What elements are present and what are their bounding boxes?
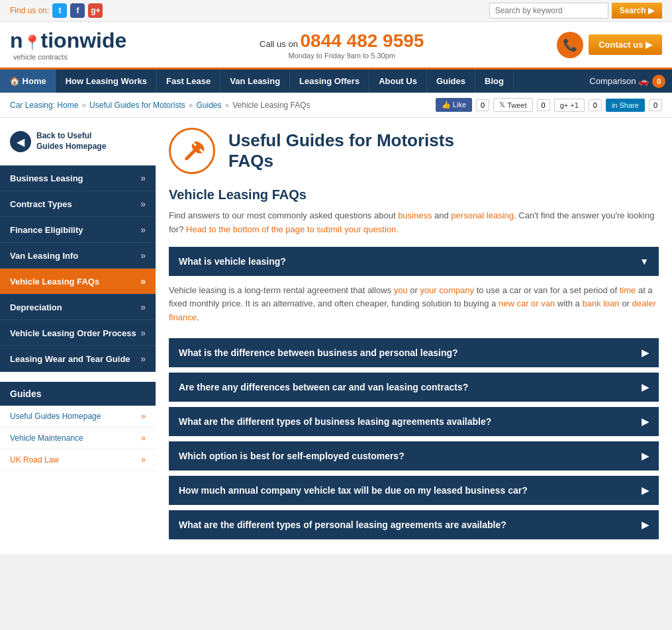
sidebar-item-van-leasing-info[interactable]: Van Leasing Info » <box>0 243 156 269</box>
chevron-icon: » <box>141 412 146 421</box>
facebook-icon[interactable]: f <box>70 3 85 18</box>
chevron-right-icon: ▶ <box>642 485 649 496</box>
breadcrumb-bar: Car Leasing: Home » Useful Guides for Mo… <box>0 93 672 118</box>
social-share-bar: 👍 Like 0 𝕏 Tweet 0 g+ +1 0 in Share 0 <box>436 98 662 112</box>
chevron-right-icon: » <box>140 328 146 338</box>
breadcrumb-guides-motorists[interactable]: Useful Guides for Motorists <box>89 101 185 110</box>
facebook-count: 0 <box>476 99 489 111</box>
intro-text: Find answers to our most commonly asked … <box>169 209 659 237</box>
logo-map-icon: 📍 <box>23 34 41 52</box>
breadcrumb-current: Vehicle Leasing FAQs <box>232 101 310 110</box>
chevron-right-icon: ▶ <box>642 382 649 392</box>
faq-item-7[interactable]: What are the different types of personal… <box>169 510 659 539</box>
chevron-right-icon: » <box>140 199 146 209</box>
sidebar-item-finance-eligibility[interactable]: Finance Eligibility » <box>0 217 156 243</box>
nav-item-van-leasing[interactable]: Van Leasing <box>220 69 290 93</box>
twitter-count: 0 <box>537 99 550 111</box>
search-area: Search ▶ <box>489 3 662 19</box>
sidebar-menu: Business Leasing » Contract Types » Fina… <box>0 165 156 372</box>
twitter-icon[interactable]: t <box>52 3 67 18</box>
facebook-like-label: 👍 Like <box>442 101 466 109</box>
top-bar: Find us on: t f g+ Search ▶ <box>0 0 672 22</box>
wrench-svg <box>179 138 205 164</box>
breadcrumb-sep3: » <box>225 101 230 110</box>
sidebar-item-contract-types[interactable]: Contract Types » <box>0 191 156 217</box>
chevron-icon: » <box>141 455 146 465</box>
logo-n: n <box>10 28 23 53</box>
google-count: 0 <box>589 99 602 111</box>
site-header: n 📍 tionwide vehicle contracts Call us o… <box>0 22 672 69</box>
nav-item-leasing-offers[interactable]: Leasing Offers <box>290 69 369 93</box>
chevron-right-icon: » <box>140 353 146 364</box>
chevron-right-icon: ▶ <box>642 451 649 461</box>
header-contact: Call us on 0844 482 9595 Monday to Frida… <box>260 30 424 60</box>
bank-loan-link[interactable]: bank loan <box>582 298 619 308</box>
nav-item-how-leasing[interactable]: How Leasing Works <box>56 69 157 93</box>
faq-question-2-text: What is the difference between business … <box>179 347 458 358</box>
chevron-right-icon: ▶ <box>642 416 649 427</box>
twitter-tweet-button[interactable]: 𝕏 Tweet <box>493 98 532 112</box>
linkedin-label: in Share <box>612 101 639 109</box>
faq-question-6-text: How much annual company vehicle tax will… <box>179 485 528 496</box>
logo[interactable]: n 📍 tionwide vehicle contracts <box>10 28 126 61</box>
personal-leasing-link[interactable]: personal leasing <box>451 210 514 220</box>
faq-item-6[interactable]: How much annual company vehicle tax will… <box>169 476 659 505</box>
search-button[interactable]: Search ▶ <box>612 3 662 19</box>
new-car-link[interactable]: new car or van <box>499 298 555 308</box>
faq-item-5[interactable]: Which option is best for self-employed c… <box>169 441 659 471</box>
linkedin-share-button[interactable]: in Share <box>606 99 645 112</box>
page-header: Useful Guides for Motorists FAQs <box>169 128 659 174</box>
sidebar-item-wear-tear[interactable]: Leasing Wear and Tear Guide » <box>0 346 156 372</box>
linkedin-count: 0 <box>649 99 662 111</box>
guides-item-vehicle-maintenance[interactable]: Vehicle Maintenance » <box>0 428 156 449</box>
contact-section: 📞 Contact us ▶ <box>557 32 662 58</box>
back-button[interactable]: ◀ Back to UsefulGuides Homepage <box>0 124 156 165</box>
faq-question-1-text: What is vehicle leasing? <box>179 256 286 267</box>
sidebar-item-business-leasing[interactable]: Business Leasing » <box>0 165 156 191</box>
chevron-right-icon: ▶ <box>642 519 649 530</box>
time-link[interactable]: time <box>620 285 636 295</box>
you-link[interactable]: you <box>394 285 408 295</box>
breadcrumb-home[interactable]: Car Leasing: Home <box>10 101 78 110</box>
guides-item-uk-road-law[interactable]: UK Road Law » <box>0 449 156 471</box>
contact-button[interactable]: Contact us ▶ <box>589 34 662 55</box>
breadcrumb-guides[interactable]: Guides <box>196 101 221 110</box>
faq-item-3[interactable]: Are there any differences between car an… <box>169 373 659 402</box>
twitter-label: Tweet <box>507 101 526 109</box>
nav-item-comparison[interactable]: Comparison 🚗 0 <box>583 69 672 93</box>
google-label: g+ +1 <box>560 101 579 109</box>
facebook-like-button[interactable]: 👍 Like <box>436 98 472 112</box>
faq-question-1[interactable]: What is vehicle leasing? ▼ <box>169 247 659 276</box>
nav-item-about[interactable]: About Us <box>369 69 427 93</box>
guides-section-title: Guides <box>0 382 156 406</box>
nav-item-home[interactable]: 🏠 Home <box>0 69 56 93</box>
guides-section: Guides Useful Guides Homepage » Vehicle … <box>0 382 156 471</box>
nav-item-blog[interactable]: Blog <box>475 69 514 93</box>
section-title: Vehicle Leasing FAQs <box>169 187 659 202</box>
company-link[interactable]: your company <box>420 285 474 295</box>
faq-item-4[interactable]: What are the different types of business… <box>169 407 659 436</box>
sidebar-item-depreciation[interactable]: Depreciation » <box>0 294 156 320</box>
phone-icon: 📞 <box>557 32 583 58</box>
back-label: Back to UsefulGuides Homepage <box>36 131 106 152</box>
nav-item-fast-lease[interactable]: Fast Lease <box>157 69 220 93</box>
google-plus-icon[interactable]: g+ <box>88 3 103 18</box>
search-input[interactable] <box>489 3 608 19</box>
find-us-label: Find us on: t f g+ <box>10 3 103 18</box>
comparison-label: Comparison 🚗 <box>589 76 649 86</box>
page-titles: Useful Guides for Motorists FAQs <box>228 130 454 171</box>
google-plus-button[interactable]: g+ +1 <box>554 99 585 112</box>
faq-item-2[interactable]: What is the difference between business … <box>169 338 659 367</box>
faq-question-4-text: What are the different types of business… <box>179 416 491 427</box>
sidebar-item-vehicle-leasing-faqs[interactable]: Vehicle Leasing FAQs » <box>0 269 156 294</box>
business-leasing-link[interactable]: business <box>398 210 432 220</box>
breadcrumb-sep2: » <box>189 101 193 110</box>
submit-question-link[interactable]: Head to the bottom of the page to submit… <box>186 224 399 234</box>
sidebar-item-order-process[interactable]: Vehicle Leasing Order Process » <box>0 320 156 346</box>
twitter-icon: 𝕏 <box>499 101 505 109</box>
guides-item-homepage[interactable]: Useful Guides Homepage » <box>0 406 156 428</box>
nav-item-guides[interactable]: Guides <box>427 69 475 93</box>
chevron-right-icon: » <box>140 276 146 287</box>
faq-answer-1: Vehicle leasing is a long-term rental ag… <box>169 276 659 333</box>
breadcrumb-sep1: » <box>81 101 86 110</box>
